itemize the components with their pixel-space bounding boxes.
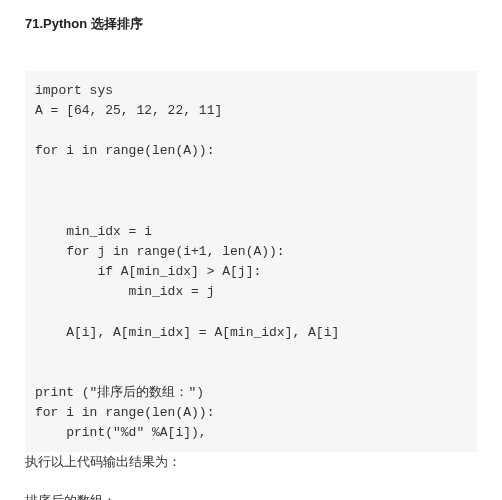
output-block: 排序后的数组： 11 12 22 25 64 — [25, 472, 477, 500]
code-block: import sys A = [64, 25, 12, 22, 11] for … — [25, 71, 477, 452]
document-page: 71.Python 选择排序 import sys A = [64, 25, 1… — [0, 0, 502, 500]
execution-note: 执行以上代码输出结果为： — [25, 452, 477, 472]
page-title: 71.Python 选择排序 — [25, 15, 477, 33]
